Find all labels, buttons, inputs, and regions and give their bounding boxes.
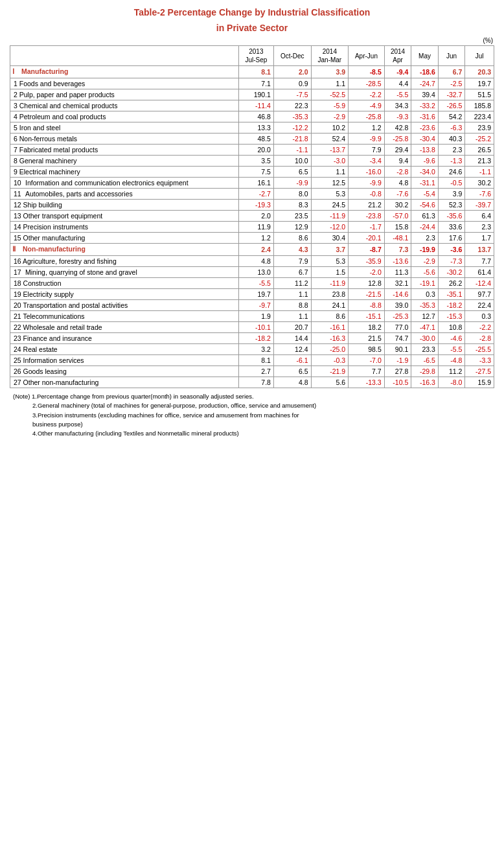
cell-value: -28.5 bbox=[349, 78, 385, 89]
cell-value: -21.9 bbox=[311, 366, 349, 377]
data-row: 20 Transportation and postal activities-… bbox=[10, 300, 494, 311]
cell-value: -34.0 bbox=[411, 167, 439, 178]
cell-value: -16.1 bbox=[311, 322, 349, 333]
row-label: 8 General machinery bbox=[10, 156, 239, 167]
cell-value: 74.7 bbox=[384, 333, 411, 344]
section-header-row: Ⅰ Manufacturing8.12.03.9-8.5-9.4-18.66.7… bbox=[10, 66, 494, 78]
cell-value: 2.0 bbox=[273, 66, 311, 78]
cell-value: -2.9 bbox=[411, 256, 439, 267]
cell-value: 97.7 bbox=[465, 289, 494, 300]
cell-value: -0.3 bbox=[311, 355, 349, 366]
cell-value: -19.9 bbox=[411, 244, 439, 256]
cell-value: -3.4 bbox=[349, 156, 385, 167]
cell-value: -12.2 bbox=[273, 122, 311, 133]
cell-value: 12.9 bbox=[273, 222, 311, 233]
cell-value: 40.3 bbox=[438, 133, 465, 145]
cell-value: 39.4 bbox=[411, 89, 439, 100]
cell-value: 8.3 bbox=[273, 200, 311, 211]
cell-value: 33.6 bbox=[438, 222, 465, 233]
cell-value: 223.4 bbox=[465, 111, 494, 122]
note-line: business purpose) bbox=[13, 420, 494, 429]
cell-value: 1.2 bbox=[238, 233, 273, 244]
cell-value: -35.9 bbox=[349, 256, 385, 267]
cell-value: -35.1 bbox=[438, 289, 465, 300]
cell-value: -7.0 bbox=[349, 355, 385, 366]
section-header-row: Ⅱ Non-manufacturing2.44.33.7-8.77.3-19.9… bbox=[10, 244, 494, 256]
main-table: 2013Jul-Sep Oct-Dec 2014Jan-Mar Apr-Jun … bbox=[10, 45, 494, 388]
data-row: 26 Goods leasing2.76.5-21.97.727.8-29.81… bbox=[10, 366, 494, 377]
header-oct-dec: Oct-Dec bbox=[273, 46, 311, 66]
cell-value: -2.9 bbox=[311, 111, 349, 122]
cell-value: -7.5 bbox=[273, 89, 311, 100]
cell-value: -54.6 bbox=[411, 200, 439, 211]
cell-value: -2.0 bbox=[349, 267, 385, 278]
row-label: 1 Foods and beverages bbox=[10, 78, 239, 89]
cell-value: -2.8 bbox=[465, 333, 494, 344]
cell-value: -9.6 bbox=[411, 156, 439, 167]
cell-value: -18.2 bbox=[438, 300, 465, 311]
cell-value: -31.6 bbox=[411, 111, 439, 122]
cell-value: 20.7 bbox=[273, 322, 311, 333]
cell-value: -16.3 bbox=[411, 377, 439, 388]
cell-value: -2.7 bbox=[238, 189, 273, 200]
row-label: 25 Information services bbox=[10, 355, 239, 366]
cell-value: -23.6 bbox=[411, 122, 439, 133]
cell-value: -9.9 bbox=[349, 178, 385, 189]
header-jul: Jul bbox=[465, 46, 494, 66]
data-row: 3 Chemical and chemical products-11.422.… bbox=[10, 100, 494, 111]
data-row: 1 Foods and beverages7.10.91.1-28.54.4-2… bbox=[10, 78, 494, 89]
cell-value: -3.3 bbox=[465, 355, 494, 366]
cell-value: -4.8 bbox=[438, 355, 465, 366]
cell-value: 1.1 bbox=[311, 167, 349, 178]
cell-value: -9.9 bbox=[349, 133, 385, 145]
data-row: 22 Wholesale and retail trade-10.120.7-1… bbox=[10, 322, 494, 333]
cell-value: 7.9 bbox=[273, 256, 311, 267]
data-row: 8 General machinery3.510.0-3.0-3.49.4-9.… bbox=[10, 156, 494, 167]
cell-value: -5.5 bbox=[438, 344, 465, 355]
cell-value: 32.1 bbox=[384, 278, 411, 289]
cell-value: -30.2 bbox=[438, 267, 465, 278]
cell-value: -18.6 bbox=[411, 66, 439, 78]
cell-value: 24.6 bbox=[438, 167, 465, 178]
cell-value: 1.9 bbox=[238, 311, 273, 322]
cell-value: -10.5 bbox=[384, 377, 411, 388]
header-2014-jan-mar: 2014Jan-Mar bbox=[311, 46, 349, 66]
cell-value: -25.8 bbox=[349, 111, 385, 122]
cell-value: 1.1 bbox=[311, 78, 349, 89]
cell-value: 4.8 bbox=[273, 377, 311, 388]
cell-value: -8.0 bbox=[438, 377, 465, 388]
cell-value: -25.8 bbox=[384, 133, 411, 145]
cell-value: -2.2 bbox=[465, 322, 494, 333]
cell-value: -5.4 bbox=[411, 189, 439, 200]
data-row: 25 Information services8.1-6.1-0.3-7.0-1… bbox=[10, 355, 494, 366]
cell-value: -30.4 bbox=[411, 133, 439, 145]
cell-value: 17.6 bbox=[438, 233, 465, 244]
cell-value: -48.1 bbox=[384, 233, 411, 244]
cell-value: 11.2 bbox=[273, 278, 311, 289]
data-row: 18 Construction-5.511.2-11.912.832.1-19.… bbox=[10, 278, 494, 289]
cell-value: -24.4 bbox=[411, 222, 439, 233]
data-row: 24 Real estate3.212.4-25.098.590.123.3-5… bbox=[10, 344, 494, 355]
cell-value: 10.2 bbox=[311, 122, 349, 133]
cell-value: 7.7 bbox=[465, 256, 494, 267]
cell-value: 4.4 bbox=[384, 78, 411, 89]
cell-value: 13.0 bbox=[238, 267, 273, 278]
data-row: 14 Precision instruments11.912.9-12.0-1.… bbox=[10, 222, 494, 233]
row-label: 22 Wholesale and retail trade bbox=[10, 322, 239, 333]
cell-value: -21.8 bbox=[273, 133, 311, 145]
cell-value: -13.3 bbox=[349, 377, 385, 388]
data-row: 5 Iron and steel13.3-12.210.21.242.8-23.… bbox=[10, 122, 494, 133]
cell-value: 9.4 bbox=[384, 156, 411, 167]
cell-value: 4.8 bbox=[384, 178, 411, 189]
cell-value: 22.3 bbox=[273, 100, 311, 111]
row-label: 20 Transportation and postal activities bbox=[10, 300, 239, 311]
cell-value: -24.7 bbox=[411, 78, 439, 89]
cell-value: -25.0 bbox=[311, 344, 349, 355]
cell-value: -3.0 bbox=[311, 156, 349, 167]
data-row: 23 Finance and insurance-18.214.4-16.321… bbox=[10, 333, 494, 344]
header-2013-jul-sep: 2013Jul-Sep bbox=[238, 46, 273, 66]
data-row: 10Information and communication electron… bbox=[10, 178, 494, 189]
cell-value: -25.3 bbox=[384, 311, 411, 322]
cell-value: 27.8 bbox=[384, 366, 411, 377]
cell-value: -35.3 bbox=[411, 300, 439, 311]
